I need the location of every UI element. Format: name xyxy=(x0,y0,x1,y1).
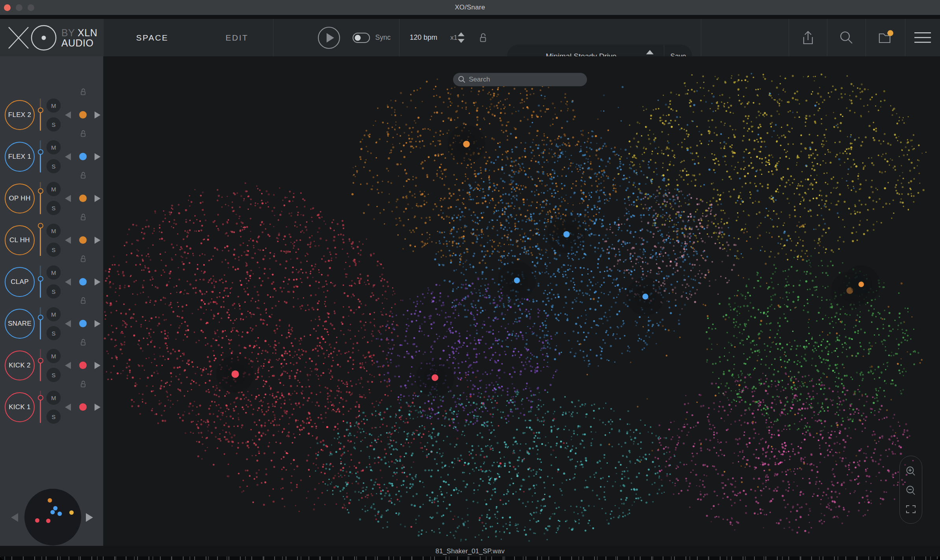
bpm-stepper[interactable] xyxy=(457,19,465,56)
channel-unlock-icon[interactable] xyxy=(80,88,87,96)
channel-unlock-icon[interactable] xyxy=(80,380,87,388)
tempo-multiplier[interactable]: x1 xyxy=(450,34,457,42)
next-sample-arrow[interactable] xyxy=(95,362,100,369)
channel-sidebar: FLEX 2 M S FLEX 1 M S xyxy=(0,56,103,546)
export-button[interactable] xyxy=(789,19,827,56)
channel-pad[interactable]: KICK 2 xyxy=(5,350,35,380)
tab-edit[interactable]: EDIT xyxy=(226,33,249,43)
tab-space[interactable]: SPACE xyxy=(136,33,168,43)
channel-unlock-icon[interactable] xyxy=(80,213,87,221)
mute-button[interactable]: M xyxy=(46,307,61,321)
zoom-window-button[interactable] xyxy=(28,4,34,11)
prev-sample-arrow[interactable] xyxy=(65,111,71,119)
solo-button[interactable]: S xyxy=(46,243,61,257)
mute-button[interactable]: M xyxy=(46,224,61,238)
channel-fader-track[interactable] xyxy=(40,98,41,131)
prev-sample-arrow[interactable] xyxy=(65,237,71,244)
mute-button[interactable]: M xyxy=(46,140,61,154)
channel-unlock-icon[interactable] xyxy=(80,255,87,263)
channel-row-flex-2: FLEX 2 M S xyxy=(0,94,103,136)
channel-pad[interactable]: KICK 1 xyxy=(5,392,35,422)
channel-pad[interactable]: CL HH xyxy=(5,225,35,255)
solo-button[interactable]: S xyxy=(46,410,61,424)
next-sample-arrow[interactable] xyxy=(95,278,100,286)
solo-button[interactable]: S xyxy=(46,368,61,382)
channel-fader-track[interactable] xyxy=(40,182,41,214)
space-minimap[interactable] xyxy=(24,489,81,545)
mute-button[interactable]: M xyxy=(46,98,61,113)
search-input[interactable]: Search xyxy=(453,73,587,86)
channel-fader-track[interactable] xyxy=(40,224,41,256)
channel-unlock-icon[interactable] xyxy=(80,130,87,138)
channel-sample-dot[interactable] xyxy=(79,195,87,202)
prev-sample-arrow[interactable] xyxy=(65,195,71,202)
mute-button[interactable]: M xyxy=(46,391,61,405)
sync-toggle[interactable] xyxy=(352,19,370,56)
solo-button[interactable]: S xyxy=(46,159,61,173)
channel-pad[interactable]: SNARE xyxy=(5,309,35,339)
close-window-button[interactable] xyxy=(4,4,11,11)
channel-unlock-icon[interactable] xyxy=(80,171,87,180)
bpm-value[interactable]: 120 bpm xyxy=(410,33,437,42)
channel-sample-dot[interactable] xyxy=(79,362,87,369)
next-sample-arrow[interactable] xyxy=(95,320,100,327)
channel-fader-thumb[interactable] xyxy=(38,358,43,363)
mute-button[interactable]: M xyxy=(46,182,61,196)
menu-button[interactable] xyxy=(905,19,940,56)
next-sample-arrow[interactable] xyxy=(95,404,100,411)
minimap-prev-arrow[interactable] xyxy=(11,513,18,522)
channel-fader-thumb[interactable] xyxy=(38,223,43,228)
channel-sample-dot[interactable] xyxy=(79,320,87,327)
channel-unlock-icon[interactable] xyxy=(80,297,87,305)
mute-button[interactable]: M xyxy=(46,349,61,363)
channel-fader-thumb[interactable] xyxy=(38,188,43,194)
channel-sample-dot[interactable] xyxy=(79,403,87,411)
next-sample-arrow[interactable] xyxy=(95,237,100,244)
channel-row-cl-hh: CL HH M S xyxy=(0,219,103,261)
solo-button[interactable]: S xyxy=(46,117,61,132)
search-button[interactable] xyxy=(827,19,866,56)
prev-sample-arrow[interactable] xyxy=(65,278,71,286)
selected-sample-bar: 81_Shaker_01_SP.wav xyxy=(0,546,940,556)
mute-button[interactable]: M xyxy=(46,265,61,280)
next-sample-arrow[interactable] xyxy=(95,153,100,160)
channel-fader-thumb[interactable] xyxy=(38,149,43,155)
channel-sample-dot[interactable] xyxy=(79,278,87,286)
browser-button[interactable] xyxy=(866,19,905,56)
channel-fader-thumb[interactable] xyxy=(38,315,43,320)
prev-sample-arrow[interactable] xyxy=(65,362,71,369)
channel-unlock-icon[interactable] xyxy=(80,338,87,347)
channel-fader-track[interactable] xyxy=(40,349,41,381)
tempo-lock-button[interactable] xyxy=(477,19,489,56)
channel-pad[interactable]: FLEX 1 xyxy=(5,142,35,172)
prev-sample-arrow[interactable] xyxy=(65,153,71,160)
channel-sample-dot[interactable] xyxy=(79,153,87,160)
channel-fader-thumb[interactable] xyxy=(38,276,43,282)
solo-button[interactable]: S xyxy=(46,284,61,299)
play-button[interactable] xyxy=(317,19,341,56)
minimap-dot xyxy=(53,506,58,510)
next-sample-arrow[interactable] xyxy=(95,195,100,202)
prev-sample-arrow[interactable] xyxy=(65,320,71,327)
next-sample-arrow[interactable] xyxy=(95,111,100,119)
sample-scatter-canvas[interactable] xyxy=(103,56,940,546)
prev-sample-arrow[interactable] xyxy=(65,404,71,411)
channel-row-clap: CLAP M S xyxy=(0,261,103,303)
channel-fader-track[interactable] xyxy=(40,140,41,172)
channel-sample-dot[interactable] xyxy=(79,111,87,119)
channel-pad[interactable]: CLAP xyxy=(5,267,35,297)
channel-fader-track[interactable] xyxy=(40,307,41,339)
channel-sample-dot[interactable] xyxy=(79,236,87,244)
channel-fader-thumb[interactable] xyxy=(38,108,43,113)
channel-pad[interactable]: OP HH xyxy=(5,184,35,213)
minimize-window-button[interactable] xyxy=(16,4,22,11)
minimap-next-arrow[interactable] xyxy=(86,513,93,522)
zoom-in-button[interactable] xyxy=(905,465,917,477)
fit-view-button[interactable] xyxy=(905,504,917,514)
channel-fader-thumb[interactable] xyxy=(38,395,43,401)
channel-pad[interactable]: FLEX 2 xyxy=(5,100,35,130)
solo-button[interactable]: S xyxy=(46,201,61,215)
solo-button[interactable]: S xyxy=(46,326,61,340)
zoom-out-button[interactable] xyxy=(905,485,917,497)
minimap-dot xyxy=(50,510,55,514)
